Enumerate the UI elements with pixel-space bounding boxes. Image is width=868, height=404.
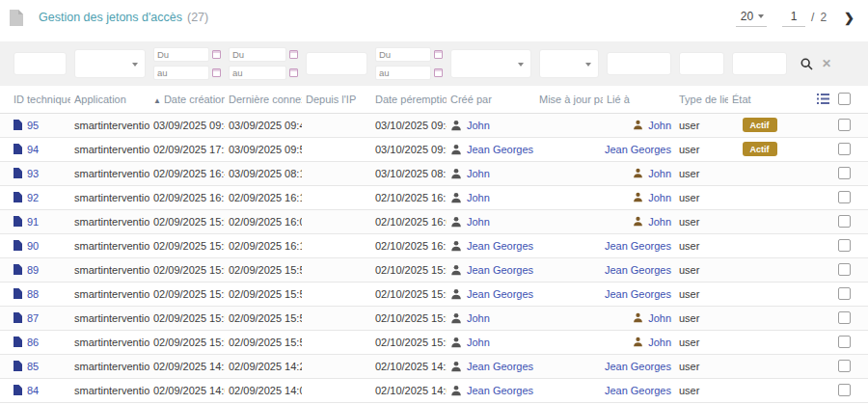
linked-to-link[interactable]: John: [648, 337, 671, 348]
filter-row: ✕: [0, 41, 868, 86]
created-by-link[interactable]: Jean Georges: [467, 385, 533, 396]
token-id-link[interactable]: 88: [27, 288, 39, 300]
next-page-button[interactable]: ❯: [844, 11, 854, 25]
token-id-link[interactable]: 93: [27, 168, 39, 179]
filter-expiry-from-input[interactable]: [375, 47, 431, 62]
filter-updated-by-select[interactable]: [539, 49, 599, 78]
token-id-link[interactable]: 90: [27, 240, 39, 252]
calendar-icon[interactable]: [434, 68, 443, 77]
link-type-cell: user: [675, 209, 728, 233]
token-id-link[interactable]: 92: [27, 192, 39, 203]
row-checkbox[interactable]: [838, 360, 851, 372]
filter-created-from-input[interactable]: [153, 47, 209, 62]
created-by-link[interactable]: John: [467, 337, 490, 348]
row-checkbox[interactable]: [838, 336, 851, 348]
created-by-link[interactable]: John: [467, 216, 490, 228]
select-all-checkbox[interactable]: [838, 93, 851, 105]
calendar-icon[interactable]: [212, 50, 221, 59]
search-icon[interactable]: [800, 58, 813, 70]
filter-linked-to-input[interactable]: [607, 52, 671, 75]
row-checkbox[interactable]: [838, 311, 851, 324]
linked-to-link[interactable]: John: [648, 120, 671, 131]
person-icon: [450, 264, 462, 276]
col-header-state[interactable]: État: [728, 86, 791, 113]
created-by-link[interactable]: Jean Georges: [467, 264, 533, 276]
filter-created-by-select[interactable]: [450, 49, 531, 78]
page-size-select[interactable]: 20: [736, 8, 767, 27]
row-checkbox[interactable]: [838, 287, 851, 300]
calendar-icon[interactable]: [434, 50, 443, 59]
linked-to-link[interactable]: John: [648, 216, 671, 228]
person-icon: [633, 192, 643, 202]
table-row: 91 smartinterventions 02/09/2025 15:59 0…: [0, 209, 868, 233]
token-id-link[interactable]: 86: [27, 337, 39, 348]
token-id-link[interactable]: 94: [27, 144, 39, 155]
list-view-icon[interactable]: [817, 94, 829, 104]
created-by-link[interactable]: Jean Georges: [467, 240, 533, 252]
table-row: 93 smartinterventions 02/09/2025 16:47 0…: [0, 161, 868, 185]
filter-expiry-to-input[interactable]: [375, 66, 431, 80]
token-id-link[interactable]: 89: [27, 264, 39, 276]
filter-id-input[interactable]: [14, 52, 67, 75]
linked-to-link[interactable]: John: [648, 168, 671, 179]
linked-to-link[interactable]: Jean Georges: [605, 361, 671, 372]
created-by-link[interactable]: John: [467, 120, 490, 131]
col-header-id[interactable]: ID technique: [0, 86, 70, 113]
created-by-link[interactable]: John: [467, 312, 490, 324]
created-by-link[interactable]: Jean Georges: [467, 361, 533, 372]
row-checkbox[interactable]: [838, 263, 851, 276]
created-by-link[interactable]: John: [467, 192, 490, 203]
status-badge: Actif: [743, 142, 777, 156]
expiry-cell: 03/10/2025 09:57: [371, 137, 447, 161]
token-id-link[interactable]: 85: [27, 361, 39, 372]
linked-to-link[interactable]: John: [648, 192, 671, 203]
filter-application-select[interactable]: [74, 49, 146, 78]
created-by-link[interactable]: John: [467, 168, 490, 179]
col-header-created[interactable]: ▲Date création: [149, 86, 225, 113]
col-header-expiry[interactable]: Date péremption: [371, 86, 447, 113]
table-row: 90 smartinterventions 02/09/2025 15:59 0…: [0, 233, 868, 257]
created-cell: 02/09/2025 14:06: [149, 378, 225, 402]
col-header-ip[interactable]: Depuis l'IP: [302, 86, 371, 113]
token-id-link[interactable]: 91: [27, 216, 39, 228]
token-id-link[interactable]: 87: [27, 312, 39, 324]
calendar-icon[interactable]: [212, 68, 221, 77]
linked-to-link[interactable]: John: [648, 312, 671, 324]
col-header-created-by[interactable]: Créé par: [447, 86, 535, 113]
linked-to-link[interactable]: Jean Georges: [605, 385, 671, 396]
linked-to-link[interactable]: Jean Georges: [605, 240, 671, 252]
filter-state-input[interactable]: [732, 52, 787, 75]
filter-connection-from-input[interactable]: [229, 47, 286, 62]
col-header-updated-by[interactable]: Mise à jour par: [535, 86, 603, 113]
ip-cell: [302, 137, 371, 161]
row-checkbox[interactable]: [838, 215, 851, 228]
row-checkbox[interactable]: [838, 239, 851, 252]
created-by-link[interactable]: Jean Georges: [467, 288, 533, 300]
row-checkbox[interactable]: [838, 119, 851, 131]
document-icon: [14, 168, 22, 178]
token-id-link[interactable]: 84: [27, 385, 39, 396]
created-by-link[interactable]: Jean Georges: [467, 144, 533, 155]
col-header-application[interactable]: Application: [70, 86, 149, 113]
filter-created-to-input[interactable]: [153, 66, 209, 80]
linked-to-link[interactable]: Jean Georges: [605, 144, 671, 155]
col-header-linked-to[interactable]: Lié à: [603, 86, 675, 113]
filter-ip-input[interactable]: [306, 52, 367, 75]
current-page-input[interactable]: [782, 8, 805, 27]
calendar-icon[interactable]: [289, 68, 298, 77]
token-id-link[interactable]: 95: [27, 120, 39, 131]
clear-filters-icon[interactable]: ✕: [822, 57, 831, 70]
row-checkbox[interactable]: [838, 143, 851, 155]
ip-cell: [302, 257, 371, 282]
table-row: 85 smartinterventions 02/09/2025 14:29 0…: [0, 354, 868, 378]
filter-link-type-input[interactable]: [679, 52, 724, 75]
row-checkbox[interactable]: [838, 384, 851, 396]
row-checkbox[interactable]: [838, 167, 851, 179]
linked-to-link[interactable]: Jean Georges: [605, 288, 671, 300]
linked-to-link[interactable]: Jean Georges: [605, 264, 671, 276]
filter-connection-to-input[interactable]: [229, 66, 286, 80]
calendar-icon[interactable]: [289, 50, 298, 59]
col-header-link-type[interactable]: Type de lien: [675, 86, 728, 113]
col-header-last-connection[interactable]: Dernière connexion: [225, 86, 302, 113]
row-checkbox[interactable]: [838, 191, 851, 203]
